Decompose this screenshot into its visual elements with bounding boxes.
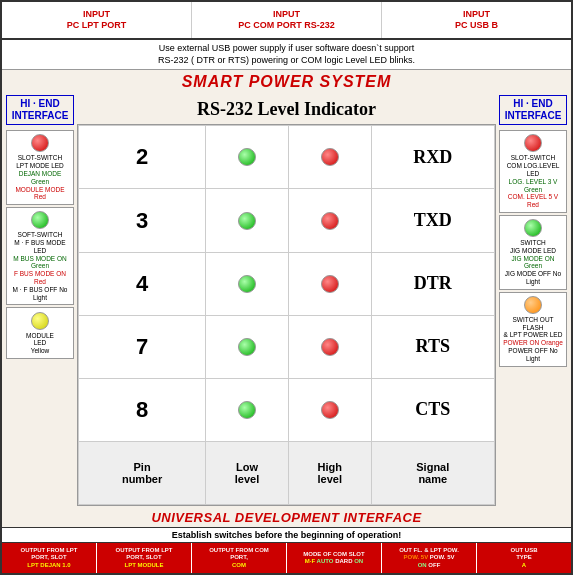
pin-4: 4 — [79, 252, 206, 315]
header-lpt: INPUTPC LPT PORT — [2, 2, 192, 38]
com-log-level-label: SLOT-SWITCHCOM LOG.LEVEL LED LOG. LEVEL … — [502, 154, 564, 209]
right-item-slot-switch: SLOT-SWITCHCOM LOG.LEVEL LED LOG. LEVEL … — [499, 130, 567, 213]
left-item-module-led: MODULELEDYellow — [6, 307, 74, 359]
signal-txd: TXD — [371, 189, 494, 252]
bottom-warning: Establish switches before the beginning … — [2, 527, 571, 543]
pin-2: 2 — [79, 126, 206, 189]
footer-com-label: OUTPUT FROM COMPORT,COM — [209, 547, 269, 569]
footer-out-usb-label: OUT USBTYPEA — [511, 547, 538, 569]
low-led-rxd — [206, 126, 289, 189]
col-signal-header: Signalname — [371, 441, 494, 504]
signal-cts: CTS — [371, 378, 494, 441]
col-low-header: Lowlevel — [206, 441, 289, 504]
main-title: SMART POWER SYSTEM — [2, 70, 571, 93]
main-container: INPUTPC LPT PORT INPUTPC COM PORT RS-232… — [0, 0, 573, 575]
signal-rxd: RXD — [371, 126, 494, 189]
footer-out-fl-label: OUT FL. & LPT POW. POW. 5V POW. 5V ON OF… — [399, 547, 459, 569]
top-header: INPUTPC LPT PORT INPUTPC COM PORT RS-232… — [2, 2, 571, 40]
high-led-rxd — [288, 126, 371, 189]
pin-8: 8 — [79, 378, 206, 441]
footer-mode-com: MODE OF COM SLOT M·F AUTO DARD ON — [287, 543, 382, 573]
jig-mode-label: SWITCHJIG MODE LED JIG MODE ON Green JIG… — [502, 239, 564, 286]
header-com: INPUTPC COM PORT RS-232 — [192, 2, 382, 38]
header-com-label: INPUTPC COM PORT RS-232 — [238, 9, 335, 31]
led-jig-mode — [524, 219, 542, 237]
soft-switch-label: SOFT-SWITCHM · F BUS MODE LED M BUS MODE… — [9, 231, 71, 301]
slot-switch-lpt-label: SLOT-SWITCHLPT MODE LED DEJAN MODE Green… — [9, 154, 71, 201]
module-led-label: MODULELEDYellow — [26, 332, 54, 355]
led-soft-switch — [31, 211, 49, 229]
right-side-panel: HI · ENDINTERFACE SLOT-SWITCHCOM LOG.LEV… — [499, 95, 567, 506]
data-table: 2 RXD 3 TXD — [78, 125, 495, 505]
led-module — [31, 312, 49, 330]
header-usb: INPUTPC USB B — [382, 2, 571, 38]
led-slot-switch-lpt — [31, 134, 49, 152]
middle-section: HI · ENDINTERFACE SLOT-SWITCHLPT MODE LE… — [2, 93, 571, 508]
table-row-rxd: 2 RXD — [79, 126, 495, 189]
table-container: 2 RXD 3 TXD — [77, 124, 496, 506]
table-row-rts: 7 RTS — [79, 315, 495, 378]
left-item-soft-switch: SOFT-SWITCHM · F BUS MODE LED M BUS MODE… — [6, 207, 74, 305]
low-led-dtr — [206, 252, 289, 315]
led-switch-out-flash — [524, 296, 542, 314]
left-side-panel: HI · ENDINTERFACE SLOT-SWITCHLPT MODE LE… — [6, 95, 74, 506]
right-item-switch-out-flash: SWITCH OUT FLASH& LPT POWER LED POWER ON… — [499, 292, 567, 367]
table-row-dtr: 4 DTR — [79, 252, 495, 315]
switch-out-flash-label: SWITCH OUT FLASH& LPT POWER LED POWER ON… — [502, 316, 564, 363]
footer-out-fl: OUT FL. & LPT POW. POW. 5V POW. 5V ON OF… — [382, 543, 477, 573]
high-led-rts — [288, 315, 371, 378]
low-led-txd — [206, 189, 289, 252]
high-led-dtr — [288, 252, 371, 315]
footer-lpt-dejan: OUTPUT FROM LPTPORT, SLOTLPT DEJAN 1.0 — [2, 543, 97, 573]
header-lpt-label: INPUTPC LPT PORT — [67, 9, 127, 31]
pin-3: 3 — [79, 189, 206, 252]
footer-row: OUTPUT FROM LPTPORT, SLOTLPT DEJAN 1.0 O… — [2, 543, 571, 573]
right-item-jig-mode: SWITCHJIG MODE LED JIG MODE ON Green JIG… — [499, 215, 567, 290]
bottom-title: UNIVERSAL DEVELOPMENT INTERFACE — [2, 508, 571, 527]
table-row-cts: 8 CTS — [79, 378, 495, 441]
signal-rts: RTS — [371, 315, 494, 378]
footer-com: OUTPUT FROM COMPORT,COM — [192, 543, 287, 573]
signal-dtr: DTR — [371, 252, 494, 315]
footer-mode-com-label: MODE OF COM SLOT M·F AUTO DARD ON — [303, 551, 364, 565]
left-item-slot-switch: SLOT-SWITCHLPT MODE LED DEJAN MODE Green… — [6, 130, 74, 205]
hi-end-logo-right: HI · ENDINTERFACE — [499, 95, 567, 125]
center-panel: RS-232 Level Indicator 2 RXD 3 — [77, 95, 496, 506]
pin-7: 7 — [79, 315, 206, 378]
indicator-title: RS-232 Level Indicator — [77, 95, 496, 124]
footer-out-usb: OUT USBTYPEA — [477, 543, 571, 573]
col-pin-header: Pinnumber — [79, 441, 206, 504]
footer-lpt-module-label: OUTPUT FROM LPTPORT, SLOTLPT MODULE — [116, 547, 173, 569]
low-led-rts — [206, 315, 289, 378]
footer-lpt-dejan-label: OUTPUT FROM LPTPORT, SLOTLPT DEJAN 1.0 — [21, 547, 78, 569]
hi-end-logo-left: HI · ENDINTERFACE — [6, 95, 74, 125]
footer-lpt-module: OUTPUT FROM LPTPORT, SLOTLPT MODULE — [97, 543, 192, 573]
led-com-log-level — [524, 134, 542, 152]
warning-text: Use external USB power supply if user so… — [2, 40, 571, 70]
col-high-header: Highlevel — [288, 441, 371, 504]
header-usb-label: INPUTPC USB B — [455, 9, 498, 31]
low-led-cts — [206, 378, 289, 441]
table-header-row: Pinnumber Lowlevel Highlevel Signalname — [79, 441, 495, 504]
high-led-cts — [288, 378, 371, 441]
high-led-txd — [288, 189, 371, 252]
table-row-txd: 3 TXD — [79, 189, 495, 252]
